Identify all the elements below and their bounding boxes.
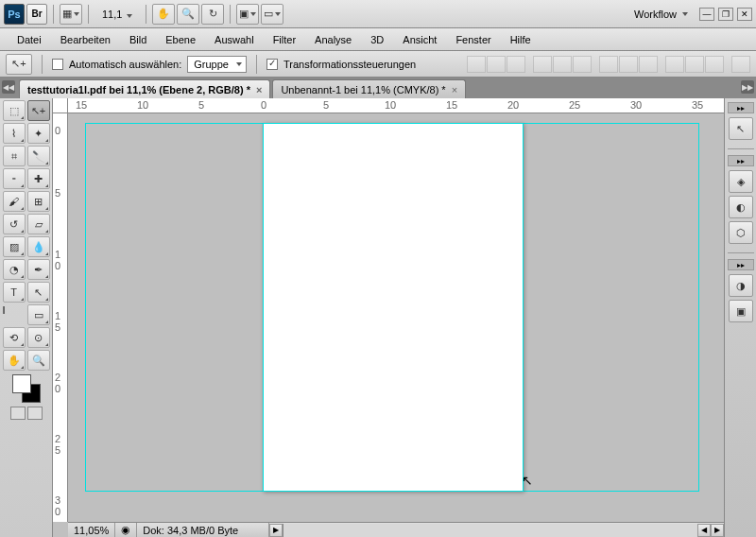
horizontal-ruler[interactable]: 15 10 5 0 5 10 15 20 25 30 35 xyxy=(68,98,724,113)
healing-tool[interactable]: ✚ xyxy=(27,168,50,189)
magnifier-icon: 🔍 xyxy=(32,355,45,367)
status-info-icon[interactable]: ◉ xyxy=(115,523,137,537)
close-button[interactable]: ✕ xyxy=(737,8,752,21)
layers-panel-button[interactable]: ◈ xyxy=(729,170,753,193)
separator xyxy=(728,252,754,253)
ruler-origin[interactable] xyxy=(53,98,68,113)
document-tab[interactable]: Unbenannt-1 bei 11,1% (CMYK/8) * × xyxy=(272,79,466,98)
paths-panel-button[interactable]: ⬡ xyxy=(729,221,753,244)
type-tool[interactable]: T xyxy=(3,282,26,303)
tab-close-icon[interactable]: × xyxy=(452,84,457,95)
blur-tool[interactable]: 💧 xyxy=(27,236,50,257)
history-brush-tool[interactable]: ↺ xyxy=(3,214,26,234)
foreground-color[interactable] xyxy=(12,374,31,393)
brush-tool[interactable]: 🖌 xyxy=(3,191,26,212)
menu-filter[interactable]: Filter xyxy=(264,31,305,48)
canvas[interactable]: ↖ xyxy=(68,113,724,522)
zoom-level[interactable]: 11,1 xyxy=(94,9,140,20)
scroll-left-arrow[interactable]: ◀ xyxy=(697,524,711,537)
distribute-top-button[interactable] xyxy=(599,56,618,73)
menu-ansicht[interactable]: Ansicht xyxy=(393,31,446,48)
ps-logo-icon[interactable]: Ps xyxy=(4,4,25,25)
arrange-docs-button[interactable]: ▣ xyxy=(236,4,259,25)
tabs-scroll-left[interactable]: ◀◀ xyxy=(2,80,15,94)
align-top-button[interactable] xyxy=(467,56,486,73)
color-swatches[interactable] xyxy=(12,374,41,403)
align-left-button[interactable] xyxy=(533,56,552,73)
workspace-switcher[interactable]: Workflow xyxy=(627,7,696,22)
channels-panel-button[interactable]: ◐ xyxy=(729,196,753,218)
menu-3d[interactable]: 3D xyxy=(361,31,393,48)
eyedropper-icon: ⁃ xyxy=(11,173,17,185)
zoom-field[interactable]: 11,05% xyxy=(68,523,115,537)
move-tool[interactable]: ↖+ xyxy=(27,100,50,121)
menu-bild[interactable]: Bild xyxy=(120,31,156,48)
document-size[interactable]: Dok: 34,3 MB/0 Byte xyxy=(137,523,269,537)
adjustments-panel-button[interactable]: ◑ xyxy=(729,274,753,297)
tool-preset-picker[interactable]: ↖+ xyxy=(6,54,32,75)
menu-ebene[interactable]: Ebene xyxy=(156,31,205,48)
shape-tool[interactable]: ▭ xyxy=(27,304,50,325)
scroll-right-arrow[interactable]: ▶ xyxy=(711,524,724,537)
auto-select-checkbox[interactable] xyxy=(52,59,63,70)
document-tab[interactable]: testtutoria1l.pdf bei 11,1% (Ebene 2, RG… xyxy=(19,79,270,98)
align-bottom-button[interactable] xyxy=(507,56,525,73)
styles-panel-button[interactable]: ▣ xyxy=(729,300,753,322)
panel-button[interactable]: ↖ xyxy=(729,117,753,140)
rotate-view-button[interactable]: ↻ xyxy=(201,4,224,25)
lasso-tool[interactable]: ⌇ xyxy=(3,123,26,144)
horizontal-scrollbar[interactable] xyxy=(283,524,697,537)
bridge-icon[interactable]: Br xyxy=(26,4,47,25)
marquee-tool[interactable]: ⬚ xyxy=(3,100,26,121)
vertical-ruler[interactable]: 0 5 1 0 1 5 2 0 2 5 3 0 xyxy=(53,113,68,522)
gradient-tool[interactable]: ▨ xyxy=(3,236,26,257)
hand-tool-button[interactable]: ✋ xyxy=(152,4,175,25)
screen-mode-button[interactable]: ▭ xyxy=(261,4,284,25)
separator xyxy=(53,5,54,24)
auto-select-dropdown[interactable]: Gruppe xyxy=(187,56,247,73)
menu-datei[interactable]: Datei xyxy=(8,31,51,48)
3d-tool[interactable]: ⟲ xyxy=(3,327,26,348)
stamp-tool[interactable]: ⊞ xyxy=(27,191,50,212)
auto-align-button[interactable] xyxy=(731,56,750,73)
pen-tool[interactable]: ✒ xyxy=(27,259,50,280)
zoom-tool-button[interactable]: 🔍 xyxy=(177,4,199,25)
menu-bearbeiten[interactable]: Bearbeiten xyxy=(51,31,120,48)
distribute-bottom-button[interactable] xyxy=(639,56,658,73)
dock-collapse-button[interactable]: ▸▸ xyxy=(728,102,754,113)
scroll-right-icon[interactable]: ▶ xyxy=(269,524,283,537)
minimize-button[interactable]: — xyxy=(699,8,714,21)
dock-collapse-button[interactable]: ▸▸ xyxy=(728,155,754,166)
3d-camera-tool[interactable]: ⊙ xyxy=(27,327,50,348)
hand-tool[interactable]: ✋ xyxy=(3,350,26,371)
align-vcenter-button[interactable] xyxy=(487,56,506,73)
standard-mode-button[interactable] xyxy=(10,407,26,420)
align-hcenter-button[interactable] xyxy=(553,56,572,73)
distribute-left-button[interactable] xyxy=(665,56,684,73)
path-select-tool[interactable]: ↖ xyxy=(27,282,50,303)
crop-tool[interactable]: ⌗ xyxy=(3,146,26,166)
dock-collapse-button[interactable]: ▸▸ xyxy=(728,259,754,270)
pen-icon: ✒ xyxy=(34,264,43,276)
chevron-down-icon xyxy=(127,14,132,18)
distribute-vcenter-button[interactable] xyxy=(619,56,638,73)
transform-controls-checkbox[interactable] xyxy=(266,59,278,70)
zoom-tool[interactable]: 🔍 xyxy=(27,350,50,371)
distribute-right-button[interactable] xyxy=(705,56,724,73)
menu-fenster[interactable]: Fenster xyxy=(446,31,500,48)
align-right-button[interactable] xyxy=(573,56,592,73)
tabs-scroll-right[interactable]: ▶▶ xyxy=(741,80,754,94)
dodge-tool[interactable]: ◔ xyxy=(3,259,26,280)
eyedropper-tool[interactable]: ⁃ xyxy=(3,168,26,189)
menu-analyse[interactable]: Analyse xyxy=(305,31,361,48)
distribute-hcenter-button[interactable] xyxy=(685,56,704,73)
menu-auswahl[interactable]: Auswahl xyxy=(205,31,264,48)
menu-hilfe[interactable]: Hilfe xyxy=(501,31,541,48)
slice-tool[interactable]: 🔪 xyxy=(27,146,50,166)
history-dropdown[interactable]: ▦ xyxy=(60,4,82,25)
eraser-tool[interactable]: ▱ xyxy=(27,214,50,234)
wand-tool[interactable]: ✦ xyxy=(27,123,50,144)
tab-close-icon[interactable]: × xyxy=(256,84,262,95)
maximize-button[interactable]: ❐ xyxy=(718,8,733,21)
quickmask-mode-button[interactable] xyxy=(27,407,43,420)
